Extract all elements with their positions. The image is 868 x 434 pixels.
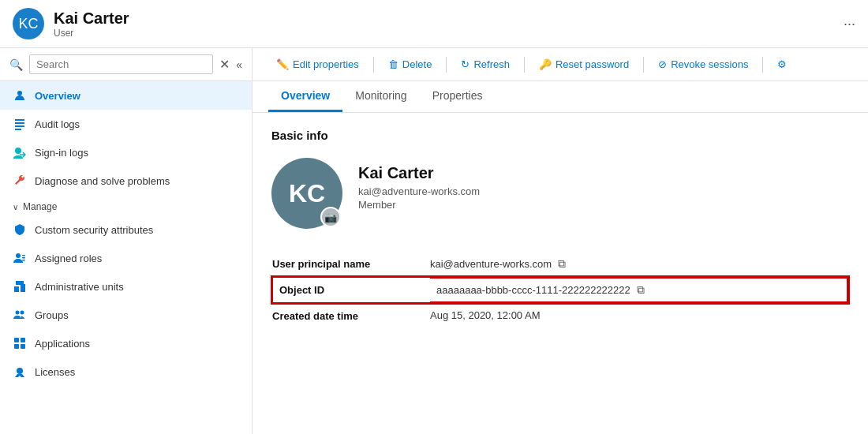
manage-chevron-icon: ∨ — [13, 203, 18, 211]
header-more-button[interactable]: ··· — [844, 16, 855, 32]
refresh-icon: ↻ — [461, 58, 470, 70]
toolbar-divider-1 — [373, 57, 374, 73]
created-date-label: Created date time — [272, 303, 430, 328]
gear-icon: ⚙ — [777, 58, 787, 70]
header-avatar-initials: KC — [18, 16, 38, 32]
revoke-sessions-label: Revoke sessions — [671, 58, 748, 70]
svg-rect-4 — [15, 129, 21, 130]
sidebar-item-assigned-roles[interactable]: Assigned roles — [0, 244, 252, 272]
upn-value-cell: kai@adventure-works.com ⧉ — [430, 251, 847, 277]
sidebar-diagnose-label: Diagnose and solve problems — [35, 175, 239, 187]
role-icon — [13, 251, 27, 265]
svg-point-5 — [16, 253, 21, 258]
tab-bar: Overview Monitoring Properties — [253, 81, 868, 113]
sidebar-item-applications[interactable]: Applications — [0, 329, 252, 357]
main-layout: 🔍 ✕ « Overview Audit logs Sign-in logs — [0, 48, 868, 434]
sidebar-item-groups[interactable]: Groups — [0, 301, 252, 329]
search-close-icon[interactable]: ✕ — [219, 57, 230, 72]
svg-rect-3 — [15, 125, 24, 127]
sidebar-signin-logs-label: Sign-in logs — [35, 147, 239, 159]
search-collapse-icon[interactable]: « — [236, 58, 242, 71]
sidebar-item-audit-logs[interactable]: Audit logs — [0, 110, 252, 138]
avatar-container: KC 📷 — [271, 158, 342, 229]
sidebar-item-sign-in-logs[interactable]: Sign-in logs — [0, 138, 252, 166]
table-row-created-date: Created date time Aug 15, 2020, 12:00 AM — [272, 303, 848, 328]
license-icon — [13, 365, 27, 379]
profile-email: kai@adventure-works.com — [358, 185, 480, 197]
search-input[interactable] — [29, 54, 213, 74]
upn-label: User principal name — [272, 251, 430, 277]
group-icon — [13, 308, 27, 322]
tab-properties[interactable]: Properties — [420, 81, 496, 112]
sidebar-overview-label: Overview — [35, 90, 239, 102]
sidebar-admin-units-label: Administrative units — [35, 281, 239, 293]
svg-rect-17 — [21, 344, 25, 349]
sidebar-licenses-label: Licenses — [35, 366, 239, 378]
reset-password-button[interactable]: 🔑 Reset password — [531, 54, 637, 74]
svg-rect-2 — [15, 122, 24, 124]
svg-rect-6 — [22, 257, 25, 259]
toolbar-divider-5 — [762, 57, 763, 73]
upn-copy-icon[interactable]: ⧉ — [558, 257, 566, 271]
object-id-value-cell: aaaaaaaa-bbbb-cccc-1111-222222222222 ⧉ — [430, 277, 848, 303]
sidebar-item-diagnose[interactable]: Diagnose and solve problems — [0, 166, 252, 195]
edit-properties-button[interactable]: ✏️ Edit properties — [268, 54, 367, 74]
tab-overview[interactable]: Overview — [268, 81, 342, 112]
object-id-copy-icon[interactable]: ⧉ — [637, 283, 645, 297]
profile-name: Kai Carter — [358, 164, 480, 182]
upn-value: kai@adventure-works.com — [430, 258, 552, 270]
edit-icon: ✏️ — [276, 58, 289, 70]
camera-icon[interactable]: 📷 — [320, 207, 341, 227]
header-user-name: Kai Carter — [54, 9, 828, 28]
profile-row: KC 📷 Kai Carter kai@adventure-works.com … — [271, 158, 849, 229]
revoke-sessions-button[interactable]: ⊘ Revoke sessions — [650, 54, 756, 74]
shield-icon — [13, 223, 27, 237]
svg-point-0 — [17, 91, 22, 95]
info-table: User principal name kai@adventure-works.… — [271, 251, 849, 328]
manage-section-header[interactable]: ∨ Manage — [0, 195, 252, 215]
table-row-upn: User principal name kai@adventure-works.… — [272, 251, 848, 277]
toolbar-divider-4 — [643, 57, 644, 73]
admin-icon — [13, 279, 27, 294]
search-icon: 🔍 — [9, 58, 23, 71]
sidebar-custom-security-label: Custom security attributes — [35, 224, 239, 236]
list-icon — [13, 117, 27, 131]
search-bar: 🔍 ✕ « — [0, 48, 252, 81]
settings-button[interactable]: ⚙ — [769, 54, 795, 74]
sidebar-item-custom-security[interactable]: Custom security attributes — [0, 215, 252, 244]
svg-rect-9 — [14, 286, 19, 292]
person-icon — [13, 88, 27, 103]
sidebar-applications-label: Applications — [35, 338, 239, 350]
delete-button[interactable]: 🗑 Delete — [380, 54, 440, 74]
section-title: Basic info — [271, 129, 849, 142]
sidebar-audit-logs-label: Audit logs — [35, 118, 239, 130]
page-header: KC Kai Carter User ··· — [0, 0, 868, 48]
profile-initials: KC — [289, 179, 325, 208]
sidebar-item-licenses[interactable]: Licenses — [0, 357, 252, 386]
edit-properties-label: Edit properties — [293, 58, 359, 70]
reset-password-label: Reset password — [556, 58, 629, 70]
tab-monitoring[interactable]: Monitoring — [342, 81, 419, 112]
sidebar-item-admin-units[interactable]: Administrative units — [0, 272, 252, 301]
svg-point-13 — [21, 311, 24, 315]
refresh-button[interactable]: ↻ Refresh — [453, 54, 518, 74]
content-body: Basic info KC 📷 Kai Carter kai@adventure… — [253, 113, 868, 434]
object-id-label: Object ID — [272, 277, 430, 303]
svg-rect-8 — [22, 255, 25, 256]
created-date-value-cell: Aug 15, 2020, 12:00 AM — [430, 303, 848, 327]
content-area: ✏️ Edit properties 🗑 Delete ↻ Refresh 🔑 … — [253, 48, 868, 434]
table-row-object-id: Object ID aaaaaaaa-bbbb-cccc-1111-222222… — [272, 277, 848, 303]
svg-rect-1 — [15, 119, 24, 121]
toolbar: ✏️ Edit properties 🗑 Delete ↻ Refresh 🔑 … — [253, 48, 868, 81]
profile-type: Member — [358, 199, 480, 211]
svg-rect-15 — [21, 338, 25, 342]
sidebar-item-overview[interactable]: Overview — [0, 81, 252, 110]
sidebar-groups-label: Groups — [35, 309, 239, 321]
svg-rect-10 — [21, 284, 25, 292]
header-user-info: Kai Carter User — [54, 9, 828, 39]
delete-icon: 🗑 — [388, 58, 398, 70]
created-date-value: Aug 15, 2020, 12:00 AM — [430, 309, 541, 321]
app-icon — [13, 336, 27, 350]
svg-rect-11 — [16, 281, 24, 285]
svg-point-18 — [17, 368, 23, 374]
